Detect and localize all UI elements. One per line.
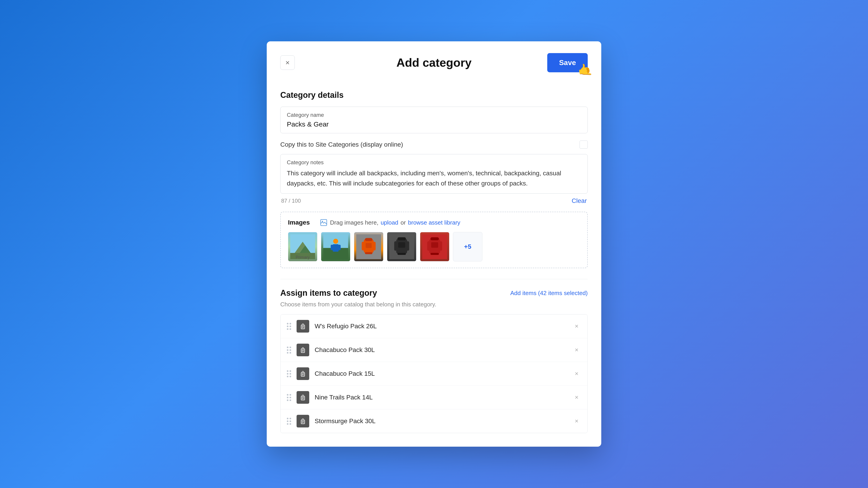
drag-hint-text: Drag images here,	[330, 219, 378, 226]
image-thumbnails: Primary	[288, 232, 580, 261]
orange-image	[356, 234, 381, 259]
svg-rect-30	[427, 241, 430, 251]
add-category-modal: × Add category Save 🤙 Category details C…	[267, 41, 601, 447]
svg-rect-10	[331, 245, 333, 250]
clear-button[interactable]: Clear	[572, 197, 587, 204]
assign-subtitle: Choose items from your catalog that belo…	[280, 301, 588, 308]
assign-items-section: Assign items to category Add items (42 i…	[280, 288, 588, 433]
category-details-section: Category details Category name Packs & G…	[280, 90, 588, 433]
modal-header: × Add category Save 🤙	[267, 41, 601, 81]
images-header: Images Drag images here, upload or brows…	[288, 219, 580, 227]
remove-item-button[interactable]: ×	[572, 417, 581, 426]
svg-rect-18	[365, 252, 373, 254]
red-image	[422, 234, 447, 259]
svg-rect-37	[301, 349, 305, 353]
svg-rect-28	[430, 237, 439, 240]
modal-body: Category details Category name Packs & G…	[267, 81, 601, 447]
svg-rect-49	[301, 420, 305, 424]
items-list: W's Refugio Pack 26L × Chacabuco Pack 30…	[280, 314, 588, 433]
assign-title: Assign items to category	[280, 288, 377, 298]
thumb-red[interactable]	[420, 232, 450, 261]
svg-rect-14	[365, 238, 373, 241]
remove-item-button[interactable]: ×	[572, 393, 581, 402]
section-divider	[280, 279, 588, 279]
svg-rect-17	[373, 242, 376, 251]
svg-rect-24	[407, 241, 409, 251]
svg-rect-15	[366, 243, 372, 248]
drag-handle[interactable]	[287, 370, 291, 377]
category-name-field[interactable]: Category name Packs & Gear	[280, 107, 588, 133]
category-notes-text: This category will include all backpacks…	[287, 168, 581, 189]
more-images-button[interactable]: +5	[453, 232, 483, 261]
list-item: Nine Trails Pack 14L ×	[281, 386, 587, 410]
upload-link[interactable]: upload	[381, 219, 398, 226]
remove-item-button[interactable]: ×	[572, 369, 581, 378]
item-icon	[297, 415, 309, 427]
thumb-person[interactable]	[321, 232, 350, 261]
svg-point-8	[333, 239, 338, 244]
item-icon	[297, 320, 309, 332]
upload-hint: Drag images here, upload or browse asset…	[320, 219, 460, 227]
drag-handle[interactable]	[287, 418, 291, 425]
close-button[interactable]: ×	[280, 55, 295, 70]
category-notes-label: Category notes	[287, 159, 581, 166]
drag-handle[interactable]	[287, 323, 291, 330]
svg-rect-9	[333, 244, 339, 252]
thumb-primary[interactable]: Primary	[288, 232, 317, 261]
category-notes-field[interactable]: Category notes This category will includ…	[280, 154, 588, 194]
remove-item-button[interactable]: ×	[572, 322, 581, 331]
images-label: Images	[288, 219, 315, 226]
char-count: 87 / 100	[281, 198, 301, 204]
assign-header: Assign items to category Add items (42 i…	[280, 288, 588, 298]
notes-footer: 87 / 100 Clear	[280, 197, 588, 204]
svg-rect-22	[398, 242, 405, 248]
list-item: W's Refugio Pack 26L ×	[281, 315, 587, 338]
item-name: Chacabuco Pack 30L	[315, 346, 572, 354]
modal-title: Add category	[397, 56, 471, 69]
cursor-emoji: 🤙	[577, 62, 593, 78]
item-icon	[297, 391, 309, 404]
drag-handle[interactable]	[287, 347, 291, 354]
images-section: Images Drag images here, upload or brows…	[280, 212, 588, 268]
category-name-value: Packs & Gear	[287, 121, 329, 128]
list-item: Stormsurge Pack 30L ×	[281, 410, 587, 433]
copy-to-site-label: Copy this to Site Categories (display on…	[280, 141, 403, 148]
copy-to-site-checkbox[interactable]	[580, 140, 588, 149]
remove-item-button[interactable]: ×	[572, 346, 581, 355]
svg-rect-25	[397, 253, 406, 255]
svg-rect-11	[338, 245, 341, 250]
section-title-category-details: Category details	[280, 90, 588, 100]
item-name: Nine Trails Pack 14L	[315, 394, 572, 401]
dark-image	[389, 234, 414, 259]
item-name: W's Refugio Pack 26L	[315, 323, 572, 330]
svg-rect-45	[301, 396, 305, 400]
item-name: Stormsurge Pack 30L	[315, 418, 572, 425]
item-icon	[297, 344, 309, 356]
primary-label: Primary	[288, 255, 317, 260]
svg-rect-21	[397, 237, 406, 240]
thumb-dark[interactable]	[387, 232, 416, 261]
thumb-orange[interactable]	[354, 232, 383, 261]
svg-rect-33	[301, 325, 305, 329]
image-icon	[320, 219, 328, 227]
list-item: Chacabuco Pack 30L ×	[281, 338, 587, 362]
svg-rect-31	[440, 241, 442, 251]
item-icon	[297, 367, 309, 380]
or-text: or	[401, 219, 406, 226]
add-items-button[interactable]: Add items (42 items selected)	[510, 290, 588, 297]
svg-rect-32	[430, 253, 439, 255]
list-item: Chacabuco Pack 15L ×	[281, 362, 587, 386]
svg-rect-29	[431, 242, 438, 248]
browse-link[interactable]: browse asset library	[408, 219, 460, 226]
svg-rect-23	[394, 241, 397, 251]
drag-handle[interactable]	[287, 394, 291, 401]
item-name: Chacabuco Pack 15L	[315, 370, 572, 377]
svg-rect-41	[301, 372, 305, 377]
category-name-label: Category name	[287, 112, 581, 118]
copy-to-site-row: Copy this to Site Categories (display on…	[280, 140, 588, 149]
svg-rect-16	[362, 242, 364, 251]
person-image	[323, 234, 348, 259]
